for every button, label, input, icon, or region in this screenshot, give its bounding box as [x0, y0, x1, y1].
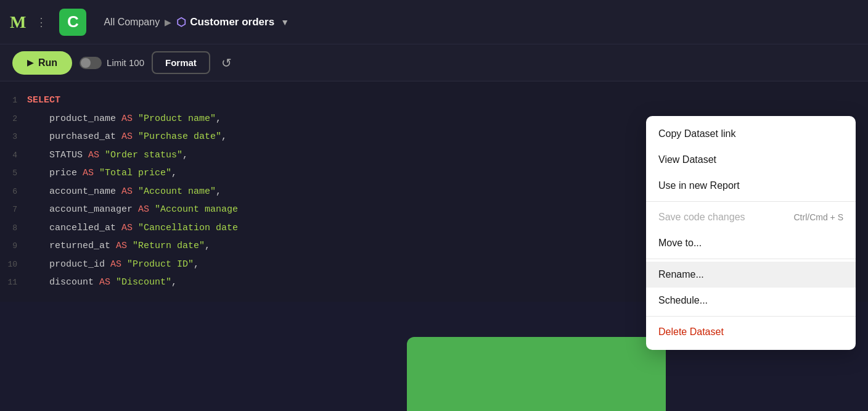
dropdown-menu: Copy Dataset link View Dataset Use in ne… [646, 116, 856, 350]
run-button[interactable]: ▶ Run [12, 51, 72, 75]
menu-item-save-code-changes: Save code changes Ctrl/Cmd + S [646, 204, 856, 230]
app-icon: C [59, 9, 86, 36]
menu-item-rename[interactable]: Rename... [646, 262, 856, 288]
code-line-1: 1 SELECT [0, 91, 868, 110]
menu-item-use-in-new-report-label: Use in new Report [658, 180, 740, 191]
dataset-icon: ⬡ [176, 15, 186, 29]
line-num-10: 10 [0, 258, 27, 272]
menu-item-move-to-label: Move to... [658, 238, 702, 249]
play-icon: ▶ [27, 58, 33, 67]
menu-item-save-code-changes-shortcut: Ctrl/Cmd + S [793, 212, 843, 222]
menu-item-use-in-new-report[interactable]: Use in new Report [646, 173, 856, 199]
line-num-7: 7 [0, 203, 27, 217]
editor-wrapper: 1 SELECT 2 product_name AS "Product name… [0, 81, 868, 411]
menu-divider-3 [646, 316, 856, 317]
line-num-6: 6 [0, 185, 27, 199]
line-num-11: 11 [0, 276, 27, 289]
green-panel [407, 337, 666, 411]
menu-item-delete-dataset[interactable]: Delete Dataset [646, 319, 856, 345]
main-content: ▶ Run Limit 100 Format ↺ 1 SELECT [0, 44, 868, 411]
line-content-7: account_manager AS "Account manage [27, 202, 238, 218]
menu-item-schedule-label: Schedule... [658, 295, 708, 306]
keyword-select: SELECT [27, 95, 60, 106]
line-num-4: 4 [0, 149, 27, 162]
toolbar: ▶ Run Limit 100 Format ↺ [0, 44, 868, 81]
menu-item-rename-label: Rename... [658, 269, 704, 280]
line-content-3: purchased_at AS "Purchase date", [27, 129, 227, 145]
menu-item-delete-dataset-label: Delete Dataset [658, 326, 724, 338]
c-logo: C [67, 12, 79, 31]
breadcrumb-company[interactable]: All Company [104, 17, 160, 28]
toggle-knob [81, 58, 91, 68]
line-content-4: STATUS AS "Order status", [27, 147, 188, 164]
topbar: M ⋮ C All Company ▶ ⬡ Customer orders ▼ [0, 0, 868, 44]
dropdown-arrow-icon[interactable]: ▼ [280, 17, 289, 27]
limit-toggle-switch[interactable] [80, 57, 102, 69]
line-content-6: account_name AS "Account name", [27, 184, 221, 200]
limit-toggle-group: Limit 100 [80, 57, 144, 69]
line-content-5: price AS "Total price", [27, 165, 177, 181]
line-num-1: 1 [0, 94, 27, 107]
line-num-8: 8 [0, 222, 27, 235]
breadcrumb-dataset: ⬡ Customer orders ▼ [176, 15, 289, 29]
line-content-2: product_name AS "Product name", [27, 111, 221, 127]
menu-item-view-dataset-label: View Dataset [658, 154, 716, 165]
history-button[interactable]: ↺ [218, 52, 235, 74]
menu-item-save-code-changes-label: Save code changes [658, 212, 745, 223]
dataset-name[interactable]: Customer orders [190, 16, 274, 28]
menu-item-view-dataset[interactable]: View Dataset [646, 147, 856, 173]
line-num-9: 9 [0, 239, 27, 253]
format-button[interactable]: Format [152, 51, 210, 74]
logo-m: M [10, 12, 26, 32]
line-content-9: returned_at AS "Return date", [27, 238, 210, 254]
menu-divider-1 [646, 201, 856, 202]
limit-label: Limit 100 [107, 57, 144, 68]
menu-item-schedule[interactable]: Schedule... [646, 288, 856, 313]
menu-divider-2 [646, 259, 856, 259]
line-content-1: SELECT [27, 93, 60, 109]
menu-item-copy-dataset-link[interactable]: Copy Dataset link [646, 121, 856, 147]
run-label: Run [38, 57, 57, 68]
line-num-3: 3 [0, 130, 27, 144]
line-content-10: product_id AS "Product ID", [27, 257, 199, 273]
logo-dots: ⋮ [36, 15, 47, 29]
breadcrumb-arrow: ▶ [165, 17, 171, 27]
menu-item-move-to[interactable]: Move to... [646, 230, 856, 256]
line-num-5: 5 [0, 167, 27, 180]
menu-item-copy-dataset-link-label: Copy Dataset link [658, 128, 735, 139]
line-content-8: cancelled_at AS "Cancellation date [27, 220, 238, 236]
line-content-11: discount AS "Discount", [27, 275, 177, 291]
breadcrumb: All Company ▶ ⬡ Customer orders ▼ [104, 15, 289, 29]
line-num-2: 2 [0, 112, 27, 126]
